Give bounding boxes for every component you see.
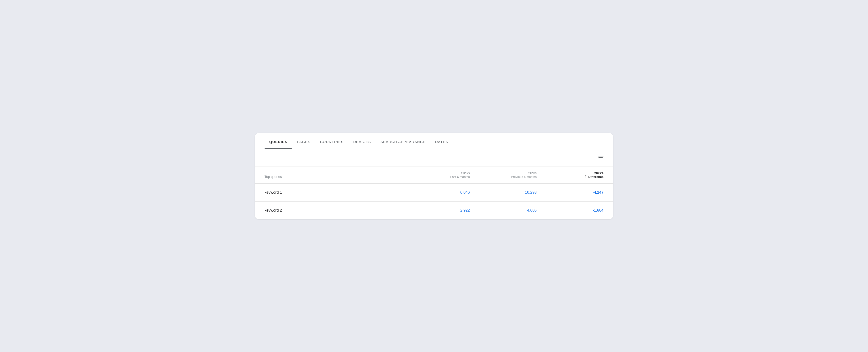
filter-row (255, 149, 613, 167)
col-title-clicks-last: Clicks (403, 171, 470, 175)
table-row[interactable]: keyword 2 2,922 4,606 -1,684 (255, 202, 613, 219)
data-table: Top queries Clicks Last 6 months Clicks … (255, 167, 613, 219)
sort-arrow-icon: ↑ (585, 174, 587, 178)
tab-devices[interactable]: DEVICES (348, 133, 376, 149)
row-label: Top queries (265, 175, 403, 179)
row-name-2: keyword 2 (265, 208, 403, 212)
tabs-bar: QUERIES PAGES COUNTRIES DEVICES SEARCH A… (255, 133, 613, 149)
col-header-clicks-diff[interactable]: ↑ Clicks Difference (537, 171, 603, 179)
tab-search-appearance[interactable]: SEARCH APPEARANCE (376, 133, 430, 149)
table-header: Top queries Clicks Last 6 months Clicks … (255, 167, 613, 184)
row-clicks-last-1: 6,046 (403, 190, 470, 195)
row-clicks-last-2: 2,922 (403, 208, 470, 212)
col-subtitle-clicks-prev: Previous 6 months (470, 175, 537, 179)
col-title-clicks-diff: Clicks (588, 171, 603, 175)
row-clicks-prev-1: 10,293 (470, 190, 537, 195)
tab-countries[interactable]: COUNTRIES (315, 133, 348, 149)
table-row[interactable]: keyword 1 6,046 10,293 -4,247 (255, 184, 613, 202)
row-clicks-diff-1: -4,247 (537, 190, 603, 195)
col-header-clicks-prev[interactable]: Clicks Previous 6 months (470, 171, 537, 179)
main-card: QUERIES PAGES COUNTRIES DEVICES SEARCH A… (255, 133, 613, 219)
col-header-clicks-last[interactable]: Clicks Last 6 months (403, 171, 470, 179)
filter-button[interactable] (598, 156, 603, 159)
col-subtitle-clicks-diff: Difference (588, 175, 603, 179)
col-title-clicks-prev: Clicks (470, 171, 537, 175)
filter-line-3 (599, 159, 602, 159)
col-subtitle-clicks-last: Last 6 months (403, 175, 470, 179)
filter-line-1 (598, 156, 603, 156)
tab-pages[interactable]: PAGES (292, 133, 315, 149)
tab-queries[interactable]: QUERIES (265, 133, 292, 149)
row-clicks-diff-2: -1,684 (537, 208, 603, 212)
row-clicks-prev-2: 4,606 (470, 208, 537, 212)
filter-line-2 (598, 157, 603, 158)
tab-dates[interactable]: DATES (430, 133, 453, 149)
row-name-1: keyword 1 (265, 190, 403, 195)
